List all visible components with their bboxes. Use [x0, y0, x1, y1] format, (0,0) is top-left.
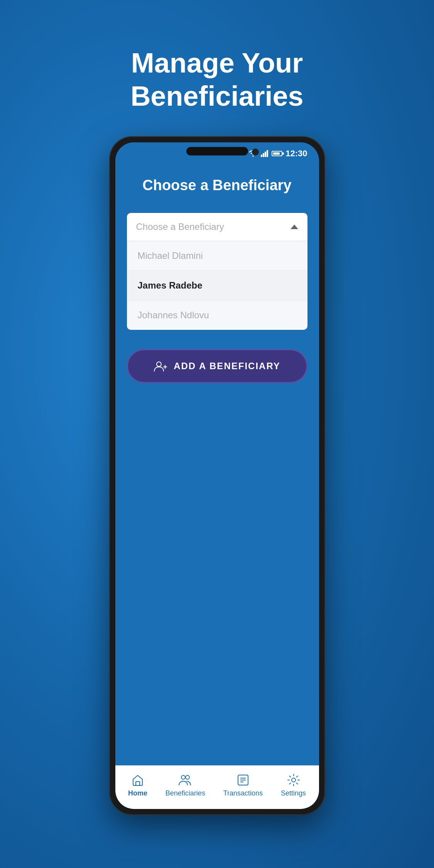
signal-icon [261, 150, 269, 157]
wifi-icon [248, 150, 258, 157]
nav-label-transactions: Transactions [223, 789, 263, 797]
page-heading: Manage Your Beneficiaries [130, 46, 303, 113]
svg-rect-8 [136, 782, 140, 785]
status-time: 12:30 [285, 149, 307, 159]
home-icon [131, 773, 145, 787]
transactions-icon [236, 773, 250, 787]
beneficiary-dropdown[interactable]: Choose a Beneficiary Michael Dlamini Jam… [127, 213, 307, 330]
svg-rect-4 [267, 150, 268, 157]
title-line1: Manage Your [131, 47, 303, 78]
phone-screen: 12:30 Choose a Beneficiary Choose a Bene… [115, 142, 319, 809]
svg-point-5 [157, 362, 161, 366]
title-line2: Beneficiaries [130, 81, 303, 111]
nav-item-beneficiaries[interactable]: Beneficiaries [158, 773, 213, 797]
dropdown-option-2[interactable]: James Radebe [127, 271, 307, 301]
nav-item-settings[interactable]: Settings [273, 773, 314, 797]
nav-item-home[interactable]: Home [120, 773, 155, 797]
svg-rect-2 [263, 153, 264, 157]
add-person-icon [154, 360, 167, 372]
nav-label-home: Home [128, 789, 147, 797]
svg-point-15 [292, 778, 296, 782]
dropdown-list: Michael Dlamini James Radebe Johannes Nd… [127, 241, 307, 330]
screen-content: Choose a Beneficiary Choose a Beneficiar… [115, 162, 319, 809]
svg-point-0 [253, 155, 254, 157]
chevron-up-icon [290, 225, 298, 229]
dropdown-option-3[interactable]: Johannes Ndlovu [127, 301, 307, 330]
nav-label-beneficiaries: Beneficiaries [165, 789, 205, 797]
dropdown-option-1[interactable]: Michael Dlamini [127, 241, 307, 271]
screen-title: Choose a Beneficiary [142, 177, 291, 194]
add-button-label: ADD A BENEFICIARY [174, 361, 280, 372]
dropdown-trigger[interactable]: Choose a Beneficiary [127, 213, 307, 241]
add-beneficiary-button[interactable]: ADD A BENEFICIARY [127, 349, 307, 383]
svg-point-10 [186, 775, 189, 779]
phone-device: 12:30 Choose a Beneficiary Choose a Bene… [109, 136, 325, 815]
nav-label-settings: Settings [281, 789, 306, 797]
battery-icon [272, 151, 282, 156]
beneficiaries-icon [178, 773, 192, 787]
svg-rect-1 [261, 155, 262, 157]
bottom-navigation: Home Beneficiaries [115, 765, 319, 809]
nav-item-transactions[interactable]: Transactions [216, 773, 270, 797]
settings-icon [287, 773, 301, 787]
status-bar: 12:30 [115, 142, 319, 162]
dropdown-placeholder: Choose a Beneficiary [136, 221, 224, 232]
status-icons: 12:30 [248, 149, 307, 159]
svg-point-9 [181, 775, 185, 779]
svg-rect-3 [265, 152, 266, 157]
